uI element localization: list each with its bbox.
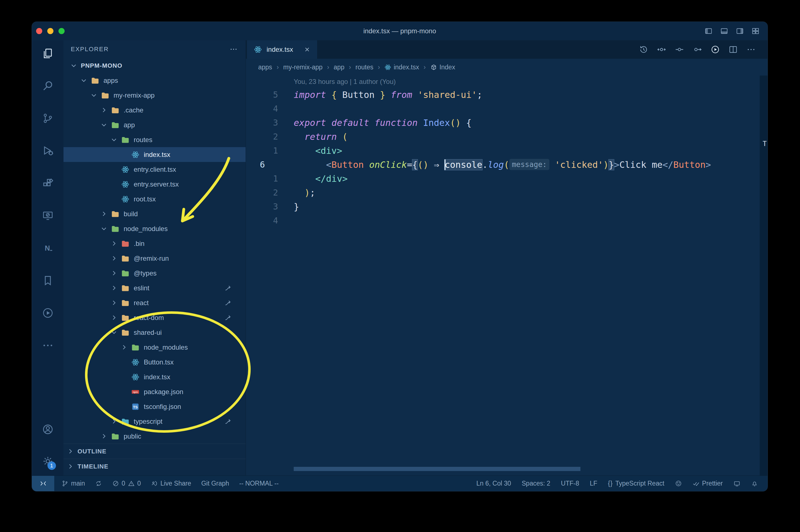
tree-item--bin[interactable]: .bin bbox=[63, 236, 246, 251]
split-editor-icon[interactable] bbox=[728, 45, 738, 54]
live-preview-icon[interactable] bbox=[41, 307, 54, 319]
editor-more-actions-icon[interactable] bbox=[746, 45, 756, 54]
explorer-icon[interactable] bbox=[41, 47, 54, 60]
file-history-icon[interactable] bbox=[639, 45, 648, 54]
run-debug-icon[interactable] bbox=[41, 144, 54, 157]
remote-indicator[interactable] bbox=[32, 476, 54, 491]
run-code-icon[interactable] bbox=[710, 45, 720, 54]
code-line[interactable]: 5import { Button } from 'shared-ui'; bbox=[246, 88, 767, 102]
tree-item-app[interactable]: app bbox=[63, 117, 246, 132]
timeline-section[interactable]: TIMELINE bbox=[63, 459, 246, 474]
feedback[interactable] bbox=[675, 480, 682, 487]
tree-item-eslint[interactable]: eslint bbox=[63, 281, 246, 296]
git-graph[interactable]: Git Graph bbox=[201, 480, 229, 487]
minimap[interactable]: T bbox=[760, 76, 767, 475]
screencast[interactable] bbox=[734, 480, 740, 487]
notifications[interactable] bbox=[751, 480, 758, 487]
tree-item-node-modules[interactable]: node_modules bbox=[63, 221, 246, 236]
title-bar: index.tsx — pnpm-mono bbox=[32, 22, 767, 40]
tree-item-node-modules[interactable]: node_modules bbox=[63, 340, 246, 355]
formatter[interactable]: Prettier bbox=[692, 480, 723, 487]
code-line[interactable]: 1 <div> bbox=[246, 144, 767, 158]
tree-item-react-dom[interactable]: react-dom bbox=[63, 310, 246, 325]
explorer-more-actions-icon[interactable] bbox=[229, 45, 238, 53]
breadcrumb-apps[interactable]: apps bbox=[258, 63, 272, 71]
bookmarks-icon[interactable] bbox=[41, 274, 54, 287]
tree-item-my-remix-app[interactable]: my-remix-app bbox=[63, 88, 246, 103]
tree-item-pnpm-mono[interactable]: PNPM-MONO bbox=[63, 58, 246, 73]
tree-item-entry-server-tsx[interactable]: entry.server.tsx bbox=[63, 177, 246, 192]
outline-section[interactable]: OUTLINE bbox=[63, 443, 246, 459]
toggle-blame-icon[interactable] bbox=[675, 45, 684, 54]
tree-item--cache[interactable]: .cache bbox=[63, 103, 246, 117]
open-changes-icon[interactable] bbox=[657, 45, 666, 54]
cursor-position[interactable]: Ln 6, Col 30 bbox=[476, 480, 511, 487]
tree-item--remix-run[interactable]: @remix-run bbox=[63, 251, 246, 266]
tree-item-build[interactable]: build bbox=[63, 206, 246, 221]
tree-item-typescript[interactable]: typescript bbox=[63, 414, 246, 429]
git-blame-lens[interactable]: You, 23 hours ago | 1 author (You) bbox=[246, 76, 767, 88]
extensions-icon[interactable] bbox=[41, 177, 54, 190]
tree-item-shared-ui[interactable]: shared-ui bbox=[63, 325, 246, 340]
toggle-panel-icon[interactable] bbox=[720, 27, 729, 35]
tree-item-label: routes bbox=[134, 136, 152, 144]
breadcrumb-my-remix-app[interactable]: my-remix-app bbox=[283, 63, 323, 71]
folder-icon bbox=[131, 343, 140, 352]
tree-item-button-tsx[interactable]: Button.tsx bbox=[63, 355, 246, 369]
tree-item-tsconfig-json[interactable]: TStsconfig.json bbox=[63, 399, 246, 414]
code-line[interactable]: 2 return ( bbox=[246, 130, 767, 144]
tree-item-package-json[interactable]: npmpackage.json bbox=[63, 384, 246, 399]
tree-item--types[interactable]: @types bbox=[63, 266, 246, 281]
nx-console-icon[interactable]: N bbox=[41, 242, 54, 254]
git-branch[interactable]: main bbox=[61, 480, 85, 487]
vim-mode[interactable]: -- NORMAL -- bbox=[239, 480, 279, 487]
open-working-file-icon[interactable] bbox=[692, 45, 702, 54]
sync-changes[interactable] bbox=[95, 480, 102, 487]
breadcrumb-index-tsx[interactable]: index.tsx bbox=[384, 63, 419, 71]
live-share[interactable]: Live Share bbox=[151, 480, 191, 487]
react-icon bbox=[131, 373, 140, 381]
code-line[interactable]: 3} bbox=[246, 200, 767, 214]
close-window-button[interactable] bbox=[36, 28, 42, 34]
additional-views-icon[interactable] bbox=[41, 339, 54, 352]
eol-selector[interactable]: LF bbox=[590, 480, 597, 487]
tree-item-react[interactable]: react bbox=[63, 296, 246, 310]
code-line[interactable]: 3export default function Index() { bbox=[246, 116, 767, 130]
code-line[interactable]: 6 <Button onClick={() ⇒ console.log(mess… bbox=[246, 158, 767, 172]
zoom-window-button[interactable] bbox=[58, 28, 64, 34]
react-icon bbox=[131, 151, 140, 159]
customize-layout-icon[interactable] bbox=[751, 27, 760, 35]
indentation[interactable]: Spaces: 2 bbox=[522, 480, 550, 487]
code-editor[interactable]: You, 23 hours ago | 1 author (You)5impor… bbox=[246, 76, 767, 475]
problems[interactable]: 00 bbox=[112, 480, 141, 487]
breadcrumb-symbol-index[interactable]: Index bbox=[430, 63, 455, 71]
line-content: return ( bbox=[294, 130, 348, 144]
breadcrumb-routes[interactable]: routes bbox=[356, 63, 374, 71]
toggle-primary-sidebar-icon[interactable] bbox=[704, 27, 713, 35]
source-control-icon[interactable] bbox=[41, 112, 54, 125]
search-icon[interactable] bbox=[41, 79, 54, 92]
language-mode[interactable]: {}TypeScript React bbox=[608, 480, 664, 487]
tree-item-routes[interactable]: routes bbox=[63, 132, 246, 147]
tree-item-public[interactable]: public bbox=[63, 429, 246, 443]
encoding[interactable]: UTF-8 bbox=[561, 480, 579, 487]
toggle-secondary-sidebar-icon[interactable] bbox=[735, 27, 745, 35]
tree-item-index-tsx[interactable]: index.tsx bbox=[63, 369, 246, 384]
code-line[interactable]: 4 bbox=[246, 214, 767, 228]
account-icon[interactable] bbox=[41, 423, 54, 436]
minimize-window-button[interactable] bbox=[47, 28, 53, 34]
breadcrumb-app[interactable]: app bbox=[334, 63, 344, 71]
code-line[interactable]: 4 bbox=[246, 102, 767, 116]
settings-gear-icon[interactable]: 1 bbox=[41, 455, 54, 468]
bell-icon bbox=[751, 480, 758, 487]
tree-item-root-tsx[interactable]: root.tsx bbox=[63, 192, 246, 206]
tree-item-entry-client-tsx[interactable]: entry.client.tsx bbox=[63, 162, 246, 177]
code-line[interactable]: 1 </div> bbox=[246, 172, 767, 186]
remote-explorer-icon[interactable] bbox=[41, 209, 54, 222]
horizontal-scrollbar[interactable] bbox=[294, 467, 580, 471]
close-tab-icon[interactable] bbox=[304, 46, 310, 53]
code-line[interactable]: 2 ); bbox=[246, 186, 767, 200]
tab-index-tsx[interactable]: index.tsx bbox=[247, 40, 318, 59]
tree-item-index-tsx[interactable]: index.tsx bbox=[63, 147, 246, 162]
tree-item-apps[interactable]: apps bbox=[63, 73, 246, 88]
